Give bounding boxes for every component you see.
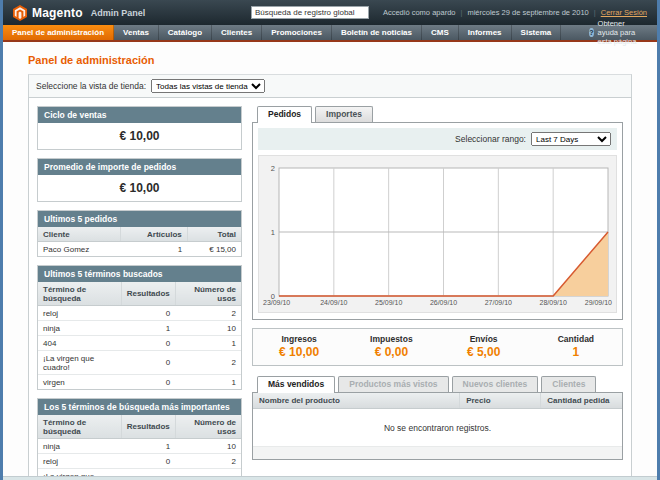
table-row: ¡La virgen que cuadro!02 xyxy=(38,351,241,375)
logout-link[interactable]: Cerrar Sesión xyxy=(601,8,647,17)
table-row: virgen01 xyxy=(38,375,241,390)
nav-item-newsletter[interactable]: Boletín de noticias xyxy=(332,25,422,40)
column-header: Término de búsqueda xyxy=(38,282,121,306)
stat-revenue: Ingresos € 10,00 xyxy=(253,334,345,359)
average-orders-box: Promedio de importe de pedidos € 10,00 xyxy=(37,158,242,202)
table-cell: 1 xyxy=(121,439,175,454)
main-nav: Panel de administración Ventas Catálogo … xyxy=(3,25,657,42)
logged-in-text: Accedió como apardo xyxy=(383,8,456,17)
table-cell: € 15,00 xyxy=(187,242,241,257)
tab-bestsellers[interactable]: Más vendidos xyxy=(257,376,335,393)
column-header: Resultados xyxy=(121,415,175,439)
tab-amounts[interactable]: Importes xyxy=(315,106,373,122)
totals-bar: Ingresos € 10,00 Impuestos € 0,00 Envíos… xyxy=(252,328,623,366)
chart-panel: Seleccionar rango: Last 7 Days 01223/09/… xyxy=(252,122,623,320)
top-search-terms-box: Los 5 términos de búsqueda más important… xyxy=(37,398,242,480)
table-cell: 0 xyxy=(121,351,175,375)
table-cell: 1 xyxy=(121,321,175,336)
dashboard-right-column: Pedidos Importes Seleccionar rango: Last… xyxy=(252,106,623,480)
nav-item-customers[interactable]: Clientes xyxy=(212,25,262,40)
last-orders-table: ClienteArtículosTotal Paco Gomez1€ 15,00 xyxy=(38,227,241,256)
nav-item-promotions[interactable]: Promociones xyxy=(262,25,332,40)
table-row: reloj02 xyxy=(38,306,241,321)
table-cell: 0 xyxy=(121,336,175,351)
nav-item-cms[interactable]: CMS xyxy=(422,25,459,40)
table-row: Paco Gomez1€ 15,00 xyxy=(38,242,241,257)
nav-item-system[interactable]: Sistema xyxy=(512,25,562,40)
svg-text:23/09/10: 23/09/10 xyxy=(263,299,290,306)
table-cell: 0 xyxy=(121,375,175,390)
dashboard-left-column: Ciclo de ventas € 10,00 Promedio de impo… xyxy=(37,106,242,480)
table-cell: 2 xyxy=(175,351,241,375)
svg-text:2: 2 xyxy=(271,164,275,173)
table-cell: 10 xyxy=(175,439,241,454)
table-row: No se encontraron registros. xyxy=(253,409,622,447)
current-date: miércoles 29 de septiembre de 2010 xyxy=(467,8,588,17)
last-search-terms-table: Término de búsquedaResultadosNúmero de u… xyxy=(38,282,241,389)
nav-item-catalog[interactable]: Catálogo xyxy=(159,25,212,40)
tab-customers[interactable]: Clientes xyxy=(541,376,596,392)
lifetime-sales-box: Ciclo de ventas € 10,00 xyxy=(37,106,242,150)
range-label: Seleccionar rango: xyxy=(455,134,526,144)
store-view-bar: Seleccione la vista de tienda: Todas las… xyxy=(28,74,632,97)
svg-text:28/09/10: 28/09/10 xyxy=(540,299,567,306)
table-cell: ninja xyxy=(38,321,121,336)
tab-orders[interactable]: Pedidos xyxy=(257,106,312,123)
table-cell: ¡La virgen que cuadro! xyxy=(38,351,121,375)
column-header: Cantidad pedida xyxy=(541,393,622,409)
column-header: Resultados xyxy=(121,282,175,306)
last-search-terms-title: Ultimos 5 términos buscados xyxy=(38,266,241,282)
range-select[interactable]: Last 7 Days xyxy=(531,132,611,146)
magento-admin-window: Magento Admin Panel Accedió como apardo … xyxy=(0,0,660,480)
table-cell: reloj xyxy=(38,454,121,469)
brand-suffix: Admin Panel xyxy=(91,8,146,18)
table-cell: reloj xyxy=(38,306,121,321)
nav-item-reports[interactable]: Informes xyxy=(459,25,512,40)
window-bottom-strip xyxy=(3,476,657,480)
products-tabs: Más vendidos Productos más vistos Nuevos… xyxy=(252,376,623,392)
svg-text:26/09/10: 26/09/10 xyxy=(430,299,457,306)
table-row xyxy=(253,447,622,459)
store-view-select[interactable]: Todas las vistas de tienda xyxy=(151,79,265,93)
svg-text:24/09/10: 24/09/10 xyxy=(320,299,347,306)
stat-quantity: Cantidad 1 xyxy=(530,334,622,359)
brand-name: Magento xyxy=(32,6,83,20)
column-header: Total xyxy=(187,227,241,242)
stat-tax: Impuestos € 0,00 xyxy=(345,334,437,359)
lifetime-sales-title: Ciclo de ventas xyxy=(38,107,241,123)
stat-shipping: Envíos € 5,00 xyxy=(438,334,530,359)
table-row: ninja110 xyxy=(38,321,241,336)
table-cell: Paco Gomez xyxy=(38,242,120,257)
average-orders-value: € 10,00 xyxy=(38,175,241,201)
magento-logo-icon xyxy=(13,5,27,21)
average-orders-title: Promedio de importe de pedidos xyxy=(38,159,241,175)
column-header: Número de usos xyxy=(175,282,241,306)
table-row: 40401 xyxy=(38,336,241,351)
products-panel: Nombre del productoPrecioCantidad pedida… xyxy=(252,392,623,460)
last-orders-box: Ultimos 5 pedidos ClienteArtículosTotal … xyxy=(37,210,242,257)
nav-item-sales[interactable]: Ventas xyxy=(114,25,159,40)
dashboard-main: Ciclo de ventas € 10,00 Promedio de impo… xyxy=(28,97,632,480)
tab-most-viewed[interactable]: Productos más vistos xyxy=(338,376,448,392)
table-cell: 10 xyxy=(175,321,241,336)
tab-new-customers[interactable]: Nuevos clientes xyxy=(452,376,539,392)
table-row: ninja110 xyxy=(38,439,241,454)
svg-text:25/09/10: 25/09/10 xyxy=(375,299,402,306)
table-cell: 1 xyxy=(175,336,241,351)
table-cell: 2 xyxy=(175,454,241,469)
nav-item-dashboard[interactable]: Panel de administración xyxy=(3,25,114,40)
page-title: Panel de administración xyxy=(28,50,632,74)
global-search-input[interactable] xyxy=(251,6,369,19)
store-view-label: Seleccione la vista de tienda: xyxy=(36,81,146,91)
lifetime-sales-value: € 10,00 xyxy=(38,123,241,149)
top-search-terms-title: Los 5 términos de búsqueda más important… xyxy=(38,399,241,415)
column-header: Número de usos xyxy=(175,415,241,439)
orders-chart-svg: 01223/09/1024/09/1025/09/1026/09/1027/09… xyxy=(261,160,616,310)
table-cell: virgen xyxy=(38,375,121,390)
svg-text:29/09/10: 29/09/10 xyxy=(585,299,612,306)
last-search-terms-box: Ultimos 5 términos buscados Término de b… xyxy=(37,265,242,390)
bestsellers-table: Nombre del productoPrecioCantidad pedida… xyxy=(253,393,622,459)
page-help-link[interactable]: ? Obtener ayuda para esta página xyxy=(579,25,657,40)
svg-text:1: 1 xyxy=(271,228,275,237)
table-cell: 404 xyxy=(38,336,121,351)
